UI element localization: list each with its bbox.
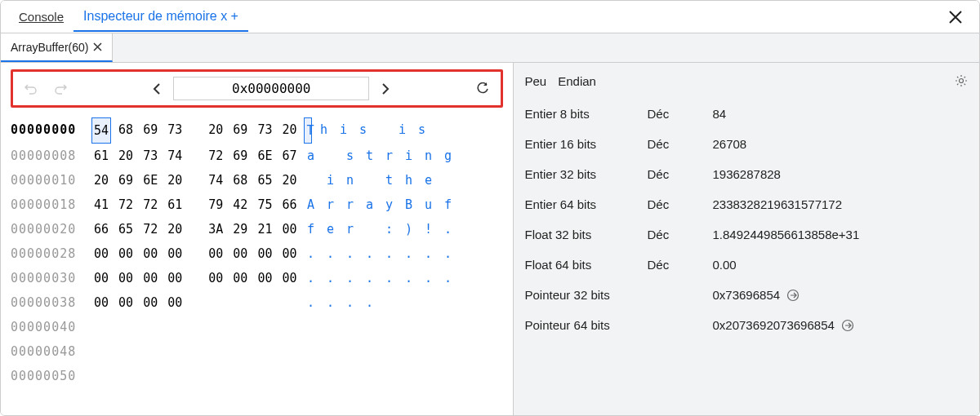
- type-format[interactable]: Déc: [648, 228, 713, 241]
- hex-byte[interactable]: 00: [167, 241, 182, 266]
- undo-button[interactable]: [20, 79, 42, 99]
- ascii-char[interactable]: n: [346, 168, 354, 193]
- hex-byte[interactable]: 73: [143, 144, 158, 168]
- hex-byte[interactable]: 66: [282, 193, 296, 217]
- endian-toggle-b[interactable]: Endian: [558, 74, 596, 88]
- hex-byte[interactable]: 20: [282, 168, 296, 193]
- ascii-char[interactable]: s: [346, 144, 354, 168]
- hex-byte[interactable]: 20: [167, 168, 182, 193]
- ascii-char[interactable]: [438, 117, 446, 144]
- ascii-char[interactable]: s: [359, 117, 368, 144]
- hex-byte[interactable]: 66: [94, 217, 109, 241]
- ascii-char[interactable]: .: [425, 241, 433, 266]
- ascii-char[interactable]: e: [425, 168, 433, 193]
- ascii-char[interactable]: e: [327, 217, 335, 241]
- hex-byte[interactable]: 21: [257, 217, 272, 241]
- ascii-char[interactable]: r: [346, 217, 354, 241]
- ascii-char[interactable]: .: [346, 290, 354, 315]
- ascii-char[interactable]: r: [327, 193, 335, 217]
- ascii-char[interactable]: [327, 144, 335, 168]
- hex-byte[interactable]: 65: [118, 217, 133, 241]
- ascii-char[interactable]: .: [385, 241, 394, 266]
- type-format[interactable]: Déc: [648, 137, 713, 151]
- ascii-char[interactable]: r: [385, 144, 394, 168]
- redo-button[interactable]: [49, 79, 72, 99]
- type-format[interactable]: Déc: [648, 258, 713, 272]
- hex-byte[interactable]: 00: [118, 241, 133, 266]
- hex-byte[interactable]: 68: [233, 168, 247, 193]
- ascii-char[interactable]: .: [346, 241, 354, 266]
- ascii-char[interactable]: s: [418, 117, 426, 144]
- hex-byte[interactable]: 00: [143, 290, 158, 315]
- hex-byte[interactable]: 72: [208, 144, 223, 168]
- buffer-tab[interactable]: ArrayBuffer(60): [1, 33, 113, 62]
- hex-byte[interactable]: 00: [282, 266, 296, 290]
- hex-byte[interactable]: 00: [208, 241, 223, 266]
- ascii-char[interactable]: .: [327, 290, 335, 315]
- ascii-char[interactable]: .: [405, 266, 413, 290]
- ascii-char[interactable]: t: [366, 144, 374, 168]
- ascii-char[interactable]: :: [385, 217, 394, 241]
- ascii-char[interactable]: .: [366, 241, 374, 266]
- goto-address-button[interactable]: [841, 319, 854, 332]
- hex-byte[interactable]: 00: [257, 266, 272, 290]
- type-format[interactable]: Déc: [648, 107, 713, 121]
- hex-byte[interactable]: 68: [118, 117, 133, 144]
- hex-byte[interactable]: 61: [94, 144, 109, 168]
- ascii-char[interactable]: .: [385, 266, 394, 290]
- ascii-char[interactable]: .: [425, 266, 433, 290]
- ascii-char[interactable]: u: [425, 193, 433, 217]
- hex-byte[interactable]: 73: [257, 117, 272, 144]
- hex-byte[interactable]: 00: [233, 266, 247, 290]
- hex-byte[interactable]: 20: [167, 217, 182, 241]
- close-panel-button[interactable]: [940, 7, 971, 28]
- ascii-char[interactable]: [379, 117, 387, 144]
- hex-byte[interactable]: 00: [233, 241, 247, 266]
- ascii-char[interactable]: n: [425, 144, 433, 168]
- ascii-char[interactable]: r: [346, 193, 354, 217]
- ascii-char[interactable]: B: [405, 193, 413, 217]
- ascii-char[interactable]: .: [366, 266, 374, 290]
- ascii-char[interactable]: .: [327, 266, 335, 290]
- ascii-char[interactable]: A: [307, 193, 315, 217]
- hex-byte[interactable]: 72: [143, 193, 158, 217]
- ascii-char[interactable]: .: [444, 266, 452, 290]
- hex-byte[interactable]: 72: [143, 217, 158, 241]
- hex-byte[interactable]: 00: [257, 241, 272, 266]
- ascii-char[interactable]: .: [366, 290, 374, 315]
- ascii-char[interactable]: .: [307, 290, 315, 315]
- hex-byte[interactable]: 00: [282, 217, 296, 241]
- ascii-char[interactable]: .: [444, 217, 452, 241]
- hex-byte[interactable]: 6E: [143, 168, 158, 193]
- hex-byte[interactable]: 72: [118, 193, 133, 217]
- ascii-char[interactable]: i: [340, 117, 348, 144]
- ascii-char[interactable]: [366, 168, 374, 193]
- hex-byte[interactable]: 00: [167, 266, 182, 290]
- ascii-char[interactable]: g: [444, 144, 452, 168]
- ascii-char[interactable]: i: [327, 168, 335, 193]
- hex-byte[interactable]: 00: [94, 266, 109, 290]
- prev-page-button[interactable]: [147, 79, 167, 99]
- ascii-char[interactable]: .: [307, 241, 315, 266]
- ascii-char[interactable]: .: [327, 241, 335, 266]
- hex-byte[interactable]: 29: [233, 217, 247, 241]
- ascii-char[interactable]: h: [405, 168, 413, 193]
- hex-byte[interactable]: 73: [167, 117, 182, 144]
- ascii-char[interactable]: .: [405, 241, 413, 266]
- hex-byte[interactable]: 00: [118, 266, 133, 290]
- ascii-char[interactable]: i: [405, 144, 413, 168]
- hex-byte[interactable]: 00: [94, 241, 109, 266]
- hex-byte[interactable]: 74: [208, 168, 223, 193]
- ascii-char[interactable]: f: [307, 217, 315, 241]
- address-input[interactable]: [173, 77, 369, 100]
- hex-byte[interactable]: 00: [143, 266, 158, 290]
- ascii-char[interactable]: [444, 168, 452, 193]
- tab-memory-inspector[interactable]: Inspecteur de mémoire x +: [74, 2, 248, 32]
- hex-byte[interactable]: 41: [94, 193, 109, 217]
- endian-toggle-a[interactable]: Peu: [525, 74, 547, 88]
- hex-byte[interactable]: 6E: [257, 144, 272, 168]
- ascii-char[interactable]: T: [304, 117, 312, 144]
- ascii-char[interactable]: .: [444, 241, 452, 266]
- ascii-char[interactable]: y: [385, 193, 394, 217]
- hex-byte[interactable]: 20: [94, 168, 109, 193]
